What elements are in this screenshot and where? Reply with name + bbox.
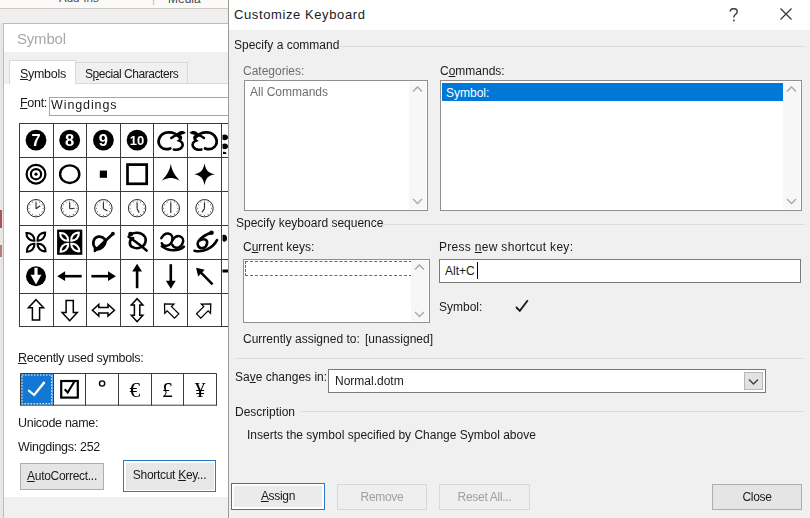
svg-text:9: 9	[99, 131, 108, 149]
svg-text:7: 7	[31, 131, 40, 149]
svg-text:£: £	[162, 378, 173, 402]
svg-text:8: 8	[65, 131, 74, 149]
svg-text:€: €	[129, 378, 140, 402]
svg-text:¥: ¥	[195, 378, 206, 402]
svg-text:10: 10	[130, 133, 144, 148]
